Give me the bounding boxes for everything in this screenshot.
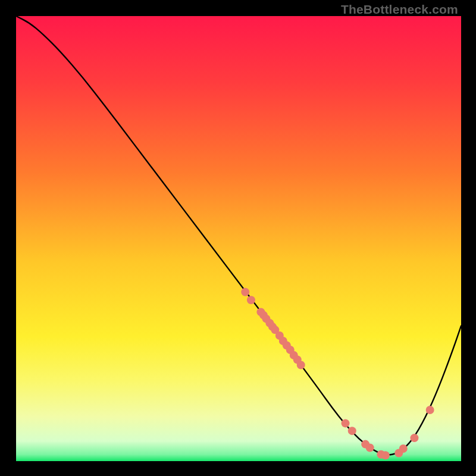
data-point (381, 451, 390, 459)
data-point (247, 296, 255, 304)
data-point (348, 427, 356, 435)
data-point (297, 361, 305, 369)
data-point (410, 434, 418, 442)
data-point (426, 406, 434, 414)
data-point (241, 288, 249, 296)
curve-layer (16, 16, 461, 461)
data-points (241, 288, 434, 460)
data-point (366, 444, 374, 452)
data-point (342, 419, 350, 427)
chart-stage: TheBottleneck.com (0, 0, 476, 476)
bottleneck-curve (16, 16, 461, 455)
watermark-label: TheBottleneck.com (341, 2, 458, 17)
data-point (399, 444, 408, 453)
plot-area (16, 16, 461, 461)
